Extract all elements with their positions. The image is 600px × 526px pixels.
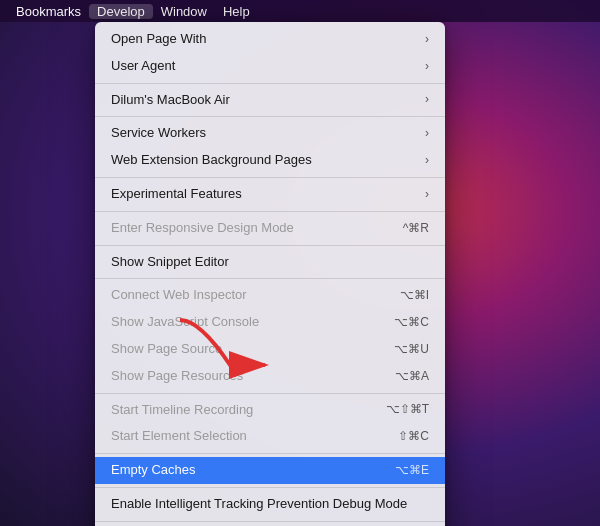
menu-item-dilums-macbook-air[interactable]: Dilum's MacBook Air › xyxy=(95,87,445,114)
menu-item-show-javascript-console[interactable]: Show JavaScript Console ⌥⌘C xyxy=(95,309,445,336)
menu-item-show-page-resources[interactable]: Show Page Resources ⌥⌘A xyxy=(95,363,445,390)
menubar-window[interactable]: Window xyxy=(153,4,215,19)
separator-6 xyxy=(95,278,445,279)
menu-item-open-page-with[interactable]: Open Page With › xyxy=(95,26,445,53)
menu-item-empty-caches[interactable]: Empty Caches ⌥⌘E xyxy=(95,457,445,484)
menubar-help[interactable]: Help xyxy=(215,4,258,19)
menu-item-start-timeline-recording[interactable]: Start Timeline Recording ⌥⇧⌘T xyxy=(95,397,445,424)
menu-item-show-snippet-editor[interactable]: Show Snippet Editor xyxy=(95,249,445,276)
menu-item-user-agent[interactable]: User Agent › xyxy=(95,53,445,80)
separator-4 xyxy=(95,211,445,212)
separator-3 xyxy=(95,177,445,178)
separator-7 xyxy=(95,393,445,394)
menubar-develop[interactable]: Develop xyxy=(89,4,153,19)
menu-item-responsive-design-mode[interactable]: Enter Responsive Design Mode ^⌘R xyxy=(95,215,445,242)
separator-1 xyxy=(95,83,445,84)
menu-item-web-extension-background-pages[interactable]: Web Extension Background Pages › xyxy=(95,147,445,174)
develop-menu: Open Page With › User Agent › Dilum's Ma… xyxy=(95,22,445,526)
menu-item-experimental-features[interactable]: Experimental Features › xyxy=(95,181,445,208)
menu-item-start-element-selection[interactable]: Start Element Selection ⇧⌘C xyxy=(95,423,445,450)
separator-5 xyxy=(95,245,445,246)
menu-item-connect-web-inspector[interactable]: Connect Web Inspector ⌥⌘I xyxy=(95,282,445,309)
separator-2 xyxy=(95,116,445,117)
separator-10 xyxy=(95,521,445,522)
menu-bar: Bookmarks Develop Window Help xyxy=(0,0,600,22)
menu-item-enable-tracking-prevention[interactable]: Enable Intelligent Tracking Prevention D… xyxy=(95,491,445,518)
menu-item-service-workers[interactable]: Service Workers › xyxy=(95,120,445,147)
menubar-bookmarks[interactable]: Bookmarks xyxy=(8,4,89,19)
separator-9 xyxy=(95,487,445,488)
menu-item-show-page-source[interactable]: Show Page Source ⌥⌘U xyxy=(95,336,445,363)
separator-8 xyxy=(95,453,445,454)
